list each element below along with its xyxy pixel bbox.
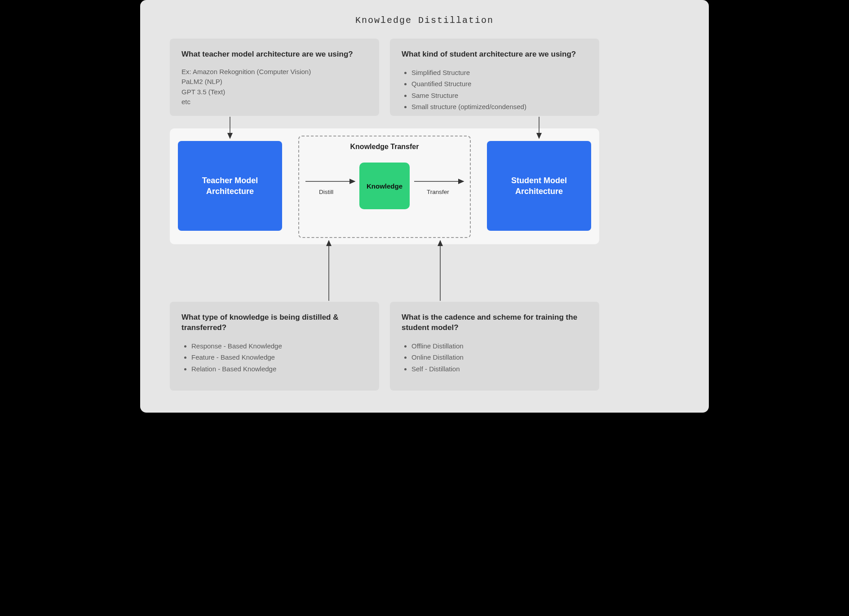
- list-item: Self - Distillation: [411, 363, 588, 375]
- card-student-architecture: What kind of student architecture are we…: [390, 39, 599, 116]
- list-item: Offline Distillation: [411, 340, 588, 352]
- list-item: Quantified Structure: [411, 78, 588, 90]
- card-line: PaLM2 (NLP): [181, 77, 367, 87]
- list-item: Small structure (optimized/condensed): [411, 101, 588, 113]
- card-list: Simplified Structure Quantified Structur…: [402, 67, 588, 113]
- teacher-model-box: Teacher Model Architecture: [178, 141, 282, 231]
- distill-label: Distill: [319, 189, 333, 195]
- card-line: GPT 3.5 (Text): [181, 87, 367, 97]
- card-teacher-architecture: What teacher model architecture are we u…: [170, 39, 379, 116]
- card-heading: What type of knowledge is being distille…: [181, 312, 367, 333]
- student-model-box: Student Model Architecture: [487, 141, 591, 231]
- card-line: etc: [181, 97, 367, 107]
- transfer-label: Transfer: [427, 189, 449, 195]
- box-label: Teacher Model Architecture: [186, 175, 274, 197]
- list-item: Relation - Based Knowledge: [191, 363, 367, 375]
- card-list: Offline Distillation Online Distillation…: [402, 340, 588, 375]
- list-item: Online Distillation: [411, 352, 588, 363]
- card-heading: What is the cadence and scheme for train…: [402, 312, 588, 333]
- knowledge-transfer-heading: Knowledge Transfer: [298, 143, 471, 151]
- list-item: Feature - Based Knowledge: [191, 352, 367, 363]
- list-item: Simplified Structure: [411, 67, 588, 79]
- list-item: Response - Based Knowledge: [191, 340, 367, 352]
- card-heading: What kind of student architecture are we…: [402, 49, 588, 60]
- card-line: Ex: Amazon Rekognition (Computer Vision): [181, 67, 367, 77]
- list-item: Same Structure: [411, 90, 588, 101]
- box-label: Knowledge: [367, 182, 402, 190]
- diagram-title: Knowledge Distillation: [140, 15, 709, 26]
- diagram-canvas: Knowledge Distillation What teacher mode…: [140, 0, 709, 413]
- box-label: Student Model Architecture: [495, 175, 583, 197]
- card-training-scheme: What is the cadence and scheme for train…: [390, 302, 599, 391]
- card-heading: What teacher model architecture are we u…: [181, 49, 367, 60]
- knowledge-box: Knowledge: [359, 163, 410, 209]
- card-knowledge-type: What type of knowledge is being distille…: [170, 302, 379, 391]
- card-list: Response - Based Knowledge Feature - Bas…: [181, 340, 367, 375]
